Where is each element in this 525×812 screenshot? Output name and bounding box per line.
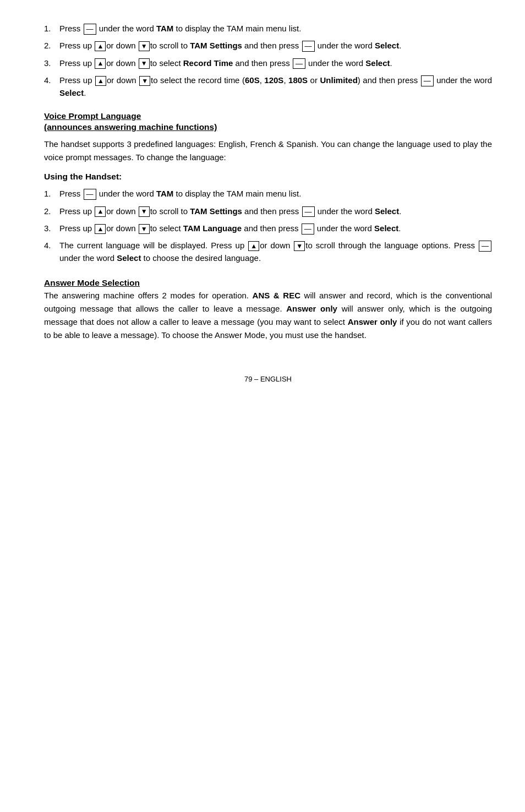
bold-180s: 180S: [288, 75, 308, 85]
bold-unlimited: Unlimited: [320, 75, 357, 85]
down-arrow-icon: ▼: [139, 76, 150, 86]
bold-120s: 120S: [264, 75, 283, 85]
minus-button-icon: —: [479, 241, 491, 252]
down-arrow-icon: ▼: [139, 41, 150, 51]
list-content: Press up ▲or down ▼to scroll to TAM Sett…: [59, 39, 492, 52]
bold-select: Select: [375, 206, 399, 216]
bold-tam: TAM: [156, 24, 173, 33]
list-num: 1.: [44, 22, 59, 35]
bold-answer-only: Answer only: [286, 304, 337, 313]
bold-select: Select: [59, 88, 84, 97]
list-content: Press — under the word TAM to display th…: [59, 187, 492, 200]
up-arrow-icon: ▲: [95, 41, 106, 51]
down-arrow-icon: ▼: [139, 206, 150, 216]
page-content: 1. Press — under the word TAM to display…: [44, 22, 492, 383]
answer-mode-body: The answering machine offers 2 modes for…: [44, 289, 492, 342]
list-num: 3.: [44, 57, 59, 69]
bold-tam: TAM: [156, 189, 173, 198]
bold-tam-settings: TAM Settings: [190, 206, 242, 216]
list-content: Press up ▲or down ▼to select the record …: [59, 74, 492, 100]
list-content: Press up ▲or down ▼to select Record Time…: [59, 57, 492, 69]
bold-tam-language: TAM Language: [183, 224, 242, 233]
list-item: 3. Press up ▲or down ▼to select Record T…: [44, 57, 492, 69]
down-arrow-icon: ▼: [139, 224, 150, 234]
list-item: 4. Press up ▲or down ▼to select the reco…: [44, 74, 492, 100]
bold-select: Select: [375, 41, 399, 50]
up-arrow-icon: ▲: [95, 76, 106, 86]
list-num: 2.: [44, 205, 59, 217]
minus-button-icon: —: [302, 206, 315, 217]
bold-tam-settings: TAM Settings: [190, 41, 242, 50]
minus-button-icon: —: [302, 41, 315, 52]
list-item: 1. Press — under the word TAM to display…: [44, 187, 492, 200]
bold-ans-rec: ANS & REC: [253, 291, 300, 300]
list-content: The current language will be displayed. …: [59, 239, 492, 265]
page-footer: 79 – ENGLISH: [44, 375, 492, 383]
bold-select: Select: [117, 253, 141, 263]
voice-prompt-body: The handset supports 3 predefined langua…: [44, 138, 492, 164]
up-arrow-icon: ▲: [95, 206, 106, 216]
voice-prompt-section: Voice Prompt Language (announces answeri…: [44, 111, 492, 264]
list-item: 3. Press up ▲or down ▼to select TAM Lang…: [44, 222, 492, 235]
record-time-list: 1. Press — under the word TAM to display…: [44, 22, 492, 99]
down-arrow-icon: ▼: [139, 58, 150, 68]
list-content: Press up ▲or down ▼to scroll to TAM Sett…: [59, 205, 492, 217]
list-content: Press up ▲or down ▼to select TAM Languag…: [59, 222, 492, 235]
list-item: 4. The current language will be displaye…: [44, 239, 492, 265]
up-arrow-icon: ▲: [95, 58, 106, 68]
down-arrow-icon: ▼: [294, 241, 305, 251]
page-number: 79 – ENGLISH: [244, 375, 292, 383]
answer-mode-section: Answer Mode Selection The answering mach…: [44, 278, 492, 342]
list-num: 3.: [44, 222, 59, 235]
list-num: 4.: [44, 239, 59, 265]
minus-button-icon: —: [293, 58, 305, 69]
minus-button-icon: —: [302, 224, 314, 235]
list-num: 4.: [44, 74, 59, 100]
bold-answer-only2: Answer only: [348, 317, 397, 326]
bold-select: Select: [365, 58, 390, 68]
minus-button-icon: —: [84, 24, 96, 35]
list-num: 1.: [44, 187, 59, 200]
bold-select: Select: [374, 224, 398, 233]
voice-prompt-heading: Voice Prompt Language: [44, 111, 492, 121]
list-num: 2.: [44, 39, 59, 52]
up-arrow-icon: ▲: [95, 224, 106, 234]
minus-button-icon: —: [421, 75, 434, 86]
voice-prompt-list: 1. Press — under the word TAM to display…: [44, 187, 492, 264]
bold-record-time: Record Time: [183, 58, 233, 68]
voice-prompt-sub-heading: (announces answering machine functions): [44, 122, 492, 132]
up-arrow-icon: ▲: [248, 241, 259, 251]
bold-60s: 60S: [245, 75, 260, 85]
using-handset-label: Using the Handset:: [44, 172, 492, 182]
list-item: 2. Press up ▲or down ▼to scroll to TAM S…: [44, 39, 492, 52]
list-content: Press — under the word TAM to display th…: [59, 22, 492, 35]
answer-mode-heading: Answer Mode Selection: [44, 278, 492, 288]
minus-button-icon: —: [84, 189, 96, 200]
list-item: 2. Press up ▲or down ▼to scroll to TAM S…: [44, 205, 492, 217]
list-item: 1. Press — under the word TAM to display…: [44, 22, 492, 35]
